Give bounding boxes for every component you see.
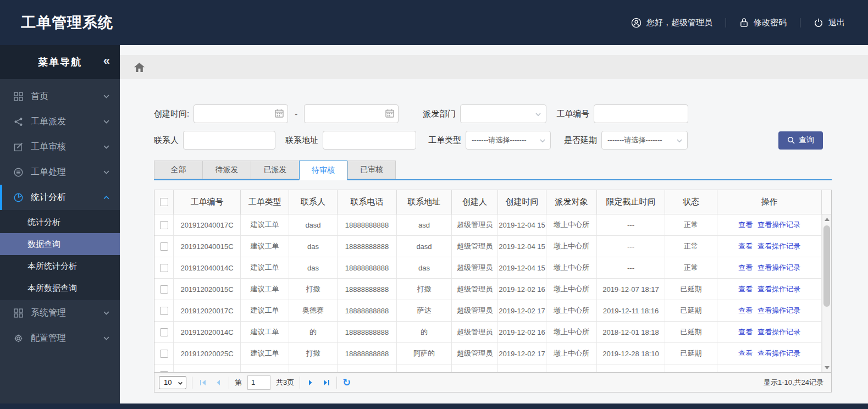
home-icon[interactable] — [134, 63, 145, 72]
date-to-input[interactable] — [304, 104, 399, 123]
view-link[interactable]: 查看 — [738, 284, 753, 294]
tab-已派发[interactable]: 已派发 — [251, 161, 299, 179]
row-checkbox[interactable] — [160, 307, 168, 315]
view-operation-log-link[interactable]: 查看操作记录 — [758, 349, 800, 358]
layers-icon — [13, 167, 23, 177]
refresh-icon[interactable]: ↻ — [342, 378, 351, 388]
pagination-divider — [336, 377, 337, 389]
grid-icon — [13, 308, 23, 318]
prev-page-button[interactable] — [213, 378, 223, 388]
view-link[interactable]: 查看 — [738, 306, 753, 316]
view-operation-log-link[interactable]: 查看操作记录 — [758, 263, 800, 273]
row-checkbox[interactable] — [160, 221, 168, 229]
view-link[interactable]: 查看 — [738, 220, 753, 230]
sidebar-item-系统管理[interactable]: 系统管理 — [0, 300, 120, 325]
table-cell — [174, 364, 241, 372]
row-checkbox[interactable] — [160, 371, 168, 373]
calendar-icon[interactable] — [275, 109, 284, 118]
table-cell: 萨达 — [397, 300, 452, 321]
scroll-up-icon[interactable] — [822, 214, 831, 224]
table-cell: 打撒 — [397, 279, 452, 300]
view-link[interactable]: 查看 — [738, 263, 753, 273]
sidebar-subitem-本所数据查询[interactable]: 本所数据查询 — [0, 277, 120, 299]
column-header: 限定截止时间 — [597, 190, 665, 214]
sidebar-header: 菜单导航 « — [0, 45, 120, 79]
tab-全部[interactable]: 全部 — [154, 161, 202, 179]
row-select-cell — [154, 236, 174, 257]
sidebar-subitem-统计分析[interactable]: 统计分析 — [0, 211, 120, 233]
sidebar-item-工单派发[interactable]: 工单派发 — [0, 109, 120, 134]
contact-input[interactable] — [183, 131, 275, 150]
row-select-cell — [154, 343, 174, 364]
view-operation-log-link[interactable]: 查看操作记录 — [758, 306, 800, 316]
first-page-button[interactable] — [198, 378, 208, 388]
page-number-input[interactable] — [247, 375, 270, 390]
column-header: 联系地址 — [397, 190, 452, 214]
view-link[interactable]: 查看 — [738, 241, 753, 251]
table-row: 201912020017C建议工单奥德赛18888888888萨达超级管理员20… — [154, 300, 831, 322]
table-row: 201912040015C建议工单das18888888888dasd超级管理员… — [154, 236, 831, 257]
column-header: 状态 — [665, 190, 717, 214]
sidebar-item-label: 工单派发 — [31, 116, 66, 128]
scrollbar-thumb[interactable] — [823, 225, 830, 307]
change-password-label: 修改密码 — [754, 18, 787, 28]
tab-待审核[interactable]: 待审核 — [299, 161, 347, 180]
sidebar-item-配置管理[interactable]: 配置管理 — [0, 325, 120, 351]
scroll-down-icon[interactable] — [822, 363, 831, 372]
page-size-select[interactable]: 10 — [159, 376, 186, 389]
sidebar-subitem-数据查询[interactable]: 数据查询 — [0, 233, 120, 255]
table-cell: 墩上中心所 — [546, 279, 597, 300]
next-page-button[interactable] — [306, 378, 316, 388]
view-operation-log-link[interactable]: 查看操作记录 — [758, 220, 800, 230]
header-divider — [726, 18, 726, 27]
row-checkbox[interactable] — [160, 285, 168, 294]
row-checkbox[interactable] — [160, 242, 168, 251]
tab-已审核[interactable]: 已审核 — [347, 161, 396, 179]
sidebar-item-首页[interactable]: 首页 — [0, 84, 120, 109]
sidebar-subitem-本所统计分析[interactable]: 本所统计分析 — [0, 255, 120, 277]
table-scrollbar[interactable] — [822, 214, 831, 372]
pagination-divider — [300, 377, 300, 389]
page-size-value: 10 — [164, 378, 172, 386]
change-password-link[interactable]: 修改密码 — [739, 18, 787, 28]
chevron-down-icon — [103, 335, 110, 342]
table-cell: 201912020014C — [174, 322, 241, 342]
logout-link[interactable]: 退出 — [814, 18, 845, 28]
order-type-select[interactable]: -------请选择------- — [466, 131, 551, 150]
last-page-button[interactable] — [321, 378, 331, 388]
view-link[interactable]: 查看 — [738, 349, 753, 358]
sidebar-item-工单处理[interactable]: 工单处理 — [0, 159, 120, 185]
column-header: 创建时间 — [498, 190, 546, 214]
date-from-input[interactable] — [193, 104, 288, 123]
status-cell: 已延期 — [665, 279, 717, 300]
sidebar-item-工单审核[interactable]: 工单审核 — [0, 134, 120, 159]
search-button[interactable]: 查询 — [778, 131, 823, 150]
contact-address-input[interactable] — [323, 131, 416, 150]
order-no-input[interactable] — [594, 104, 688, 123]
view-operation-log-link[interactable]: 查看操作记录 — [758, 327, 800, 337]
collapse-sidebar-icon[interactable]: « — [103, 54, 110, 68]
calendar-icon[interactable] — [385, 109, 394, 118]
dispatch-dept-select[interactable] — [460, 104, 546, 123]
total-pages-label: 共3页 — [276, 378, 294, 388]
is-delayed-label: 是否延期 — [564, 135, 597, 146]
table-cell — [289, 364, 338, 372]
table-header: 工单编号工单类型联系人联系电话联系地址创建人创建时间派发对象限定截止时间状态操作 — [154, 190, 831, 214]
row-checkbox[interactable] — [160, 264, 168, 272]
sidebar-item-统计分析[interactable]: 统计分析 — [0, 185, 120, 210]
view-operation-log-link[interactable]: 查看操作记录 — [758, 284, 800, 294]
view-operation-log-link[interactable]: 查看操作记录 — [758, 241, 800, 251]
table-cell — [597, 364, 665, 372]
user-icon — [631, 18, 642, 28]
app-header: 工单管理系统 您好，超级管理员 修改密码 退出 — [0, 0, 868, 45]
table-cell: 建议工单 — [241, 236, 289, 257]
dispatch-dept-label: 派发部门 — [423, 109, 456, 119]
is-delayed-select[interactable]: -------请选择------- — [601, 131, 688, 150]
contact-address-label: 联系地址 — [285, 135, 318, 146]
select-all-checkbox[interactable] — [160, 198, 168, 206]
row-checkbox[interactable] — [160, 350, 168, 358]
view-link[interactable]: 查看 — [738, 327, 753, 337]
tab-待派发[interactable]: 待派发 — [202, 161, 251, 179]
user-bar: 您好，超级管理员 修改密码 退出 — [631, 18, 845, 28]
row-checkbox[interactable] — [160, 328, 168, 336]
